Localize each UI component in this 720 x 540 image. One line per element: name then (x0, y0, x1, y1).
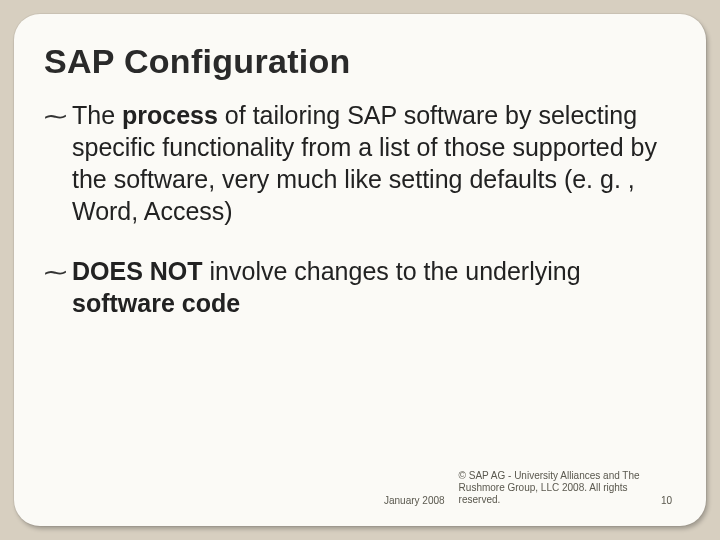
footer-page-number: 10 (661, 495, 672, 506)
bullet-glyph-icon: ⁓ (44, 258, 67, 287)
bullet-text: The process of tailoring SAP software by… (72, 101, 657, 225)
slide-background: SAP Configuration ⁓ The process of tailo… (0, 0, 720, 540)
slide-title: SAP Configuration (44, 42, 676, 81)
footer-copyright: © SAP AG - University Alliances and The … (459, 470, 649, 506)
footer-date: January 2008 (384, 495, 445, 506)
bullet-item: ⁓ DOES NOT involve changes to the underl… (44, 255, 676, 319)
bullet-text: DOES NOT involve changes to the underlyi… (72, 257, 581, 317)
bullet-item: ⁓ The process of tailoring SAP software … (44, 99, 676, 227)
slide-footer: January 2008 © SAP AG - University Allia… (14, 470, 706, 506)
slide-card: SAP Configuration ⁓ The process of tailo… (14, 14, 706, 526)
bullet-list: ⁓ The process of tailoring SAP software … (44, 99, 676, 319)
bullet-glyph-icon: ⁓ (44, 102, 67, 131)
